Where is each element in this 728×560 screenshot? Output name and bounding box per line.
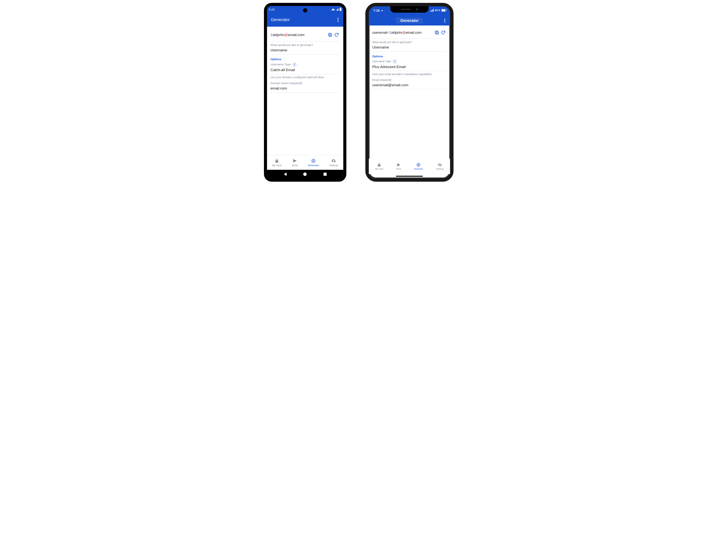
status-time: 5:20 [269, 8, 274, 11]
ios-status-bar: 7:18 5G E [369, 6, 450, 16]
cell-icon [430, 9, 434, 12]
send-icon [292, 158, 297, 163]
tab-settings[interactable]: Settings [436, 163, 444, 170]
svg-point-2 [312, 159, 315, 163]
tab-my-vault[interactable]: My Vault [375, 163, 383, 170]
svg-rect-1 [328, 33, 331, 36]
app-bar: Generator [369, 16, 450, 25]
network-label: 5G E [435, 9, 440, 12]
domain-name-label: Domain Name (required) [270, 81, 340, 85]
home-icon[interactable] [303, 172, 307, 176]
generate-type-select[interactable]: Username [270, 47, 340, 54]
battery-icon [441, 9, 446, 12]
app-bar: Generator [267, 13, 343, 27]
page-title: Generator [271, 17, 339, 22]
recents-icon[interactable] [324, 173, 327, 176]
help-icon[interactable]: ? [293, 63, 296, 66]
svg-rect-4 [435, 31, 438, 33]
username-type-hint: User your email provider's subaddress ca… [372, 73, 447, 76]
regenerate-button[interactable] [333, 32, 340, 38]
lock-icon [377, 163, 381, 167]
android-system-nav [267, 170, 343, 179]
page-title: Generator [396, 18, 423, 24]
cell-icon [336, 8, 339, 11]
username-type-label: Username Type ? [372, 60, 447, 63]
username-type-label: Username Type ? [270, 63, 340, 66]
gear-icon [438, 163, 442, 167]
copy-button[interactable] [327, 32, 333, 38]
svg-rect-3 [436, 32, 439, 34]
email-label: Email (required) [372, 78, 447, 81]
tab-my-vault[interactable]: My Vault [272, 158, 282, 167]
battery-icon [340, 8, 341, 11]
generated-username: useremail+1sktprlm@email.com [372, 31, 434, 35]
wifi-icon [331, 8, 335, 10]
tab-settings[interactable]: Settings [329, 158, 338, 167]
svg-rect-0 [329, 34, 332, 37]
svg-point-5 [417, 163, 420, 167]
send-icon [396, 163, 401, 167]
back-icon[interactable] [284, 172, 287, 176]
email-input[interactable]: useremail@email.com [372, 82, 447, 89]
options-header: Options [372, 55, 447, 58]
generate-type-select[interactable]: Username [372, 44, 447, 52]
location-icon [381, 10, 383, 12]
regenerate-button[interactable] [440, 29, 447, 36]
tab-send[interactable]: Send [396, 163, 401, 170]
tab-generator[interactable]: Generator [308, 158, 319, 167]
username-type-select[interactable]: Plus Adressed Email [372, 64, 447, 71]
help-icon[interactable]: ? [393, 60, 396, 63]
generated-username: 1sktprlm@email.com [270, 33, 327, 37]
front-camera-hole [303, 8, 307, 12]
domain-name-input[interactable]: email.com [270, 85, 340, 93]
status-time: 7:18 [373, 9, 380, 12]
overflow-menu-button[interactable] [442, 18, 447, 23]
lock-icon [274, 158, 279, 163]
android-status-bar: 5:20 [267, 6, 343, 13]
copy-icon [434, 30, 439, 35]
refresh-icon [441, 30, 446, 35]
bottom-navigation: My Vault Send Generator Settings [267, 155, 343, 170]
generator-icon [311, 158, 316, 163]
tab-generator[interactable]: Generator [414, 163, 423, 170]
username-type-hint: Use your domain's configured catch-all i… [270, 76, 340, 79]
bottom-navigation: My Vault Send Generator Settings [369, 159, 450, 174]
ios-home-indicator[interactable] [396, 176, 423, 177]
overflow-menu-button[interactable] [336, 17, 340, 22]
tab-send[interactable]: Send [292, 158, 297, 167]
copy-button[interactable] [434, 29, 440, 36]
copy-icon [328, 32, 333, 37]
gear-icon [331, 158, 336, 163]
ios-device-frame: 7:18 5G E Generator useremail+1sktprlm@e… [365, 3, 454, 182]
generate-type-label: What would you like to generate? [270, 43, 340, 47]
options-header: Options [270, 57, 340, 61]
username-type-select[interactable]: Catch-all Email [270, 67, 340, 74]
ios-notch [390, 6, 429, 13]
refresh-icon [334, 32, 339, 37]
generator-icon [416, 163, 421, 167]
android-device-frame: 5:20 Generator 1sktprlm@email.com [264, 3, 346, 182]
generate-type-label: What would you like to generate? [372, 41, 447, 44]
